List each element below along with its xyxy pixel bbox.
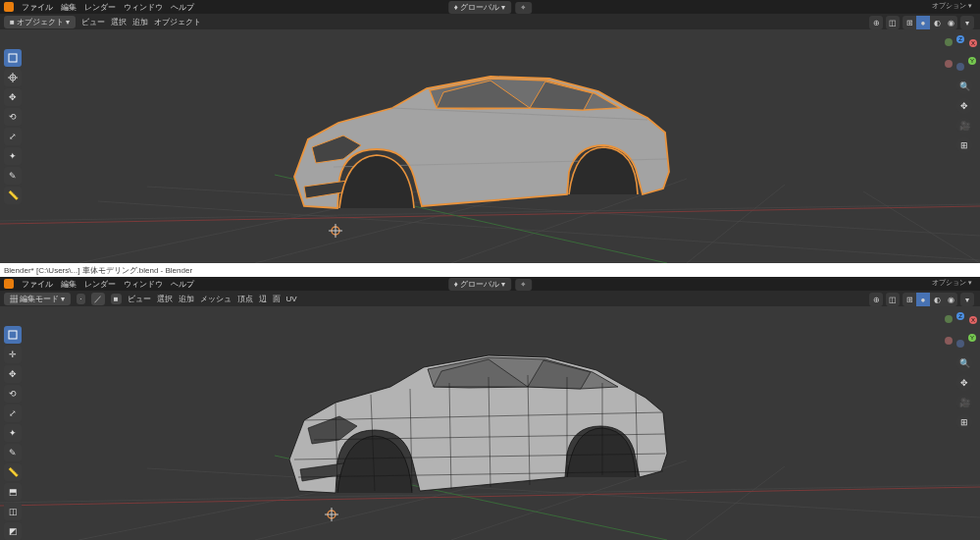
- axis-neg-y[interactable]: [945, 38, 953, 46]
- tool-cursor[interactable]: [4, 69, 22, 86]
- shading-rendered[interactable]: ◉: [944, 293, 957, 306]
- shading-wireframe[interactable]: ⊞: [903, 293, 916, 306]
- tool-rotate[interactable]: ⟲: [4, 385, 22, 403]
- xray-toggle[interactable]: ◫: [886, 16, 900, 29]
- header-center: ♦ グローバル ▾ ⌖: [448, 1, 533, 14]
- menu-select[interactable]: 選択: [111, 17, 127, 27]
- tool-transform[interactable]: ✦: [4, 424, 22, 442]
- tool-extrude[interactable]: ⬒: [4, 483, 22, 501]
- snap-toggle[interactable]: ⌖: [515, 2, 532, 14]
- menu-view[interactable]: ビュー: [81, 17, 105, 27]
- tool-cursor[interactable]: ✛: [4, 346, 22, 363]
- svg-line-5: [863, 191, 980, 263]
- axis-neg-y[interactable]: [945, 315, 953, 323]
- pan-icon[interactable]: ✥: [956, 375, 972, 391]
- shading-options[interactable]: ▾: [960, 16, 974, 29]
- zoom-icon[interactable]: 🔍: [956, 79, 972, 94]
- camera-icon[interactable]: 🎥: [956, 118, 972, 134]
- persp-icon[interactable]: ⊞: [956, 414, 972, 430]
- pan-icon[interactable]: ✥: [956, 98, 972, 114]
- orientation-dropdown[interactable]: ♦ グローバル ▾: [448, 278, 512, 291]
- axis-z[interactable]: Z: [956, 312, 964, 320]
- orbit-gizmo[interactable]: Z X Y: [943, 312, 978, 348]
- header-center: ♦ グローバル ▾ ⌖: [448, 278, 533, 291]
- car-mesh-object[interactable]: [294, 77, 669, 208]
- tool-annotate[interactable]: ✎: [4, 167, 22, 185]
- axis-neg-z[interactable]: [956, 340, 964, 348]
- tool-move[interactable]: ✥: [4, 88, 22, 106]
- vertex-select-mode[interactable]: ·: [77, 294, 84, 304]
- menu-render[interactable]: レンダー: [84, 2, 116, 13]
- header-right-controls: ⊕ ◫ ⊞ ● ◐ ◉ ▾: [869, 16, 974, 29]
- menu-vertex[interactable]: 頂点: [237, 294, 253, 304]
- menu-window[interactable]: ウィンドウ: [124, 2, 163, 13]
- tool-bevel[interactable]: ◩: [4, 522, 22, 540]
- shading-wireframe[interactable]: ⊞: [903, 16, 916, 29]
- tool-move[interactable]: ✥: [4, 365, 22, 383]
- tool-scale[interactable]: ⤢: [4, 128, 22, 145]
- tool-select-box[interactable]: [4, 49, 22, 67]
- menu-edit[interactable]: 編集: [61, 2, 77, 13]
- edge-select-mode[interactable]: ／: [91, 293, 105, 305]
- mode-selector[interactable]: ▦ 編集モード ▾: [4, 293, 71, 305]
- orbit-gizmo[interactable]: Z X Y: [943, 35, 978, 71]
- face-select-mode[interactable]: ■: [111, 294, 122, 304]
- menu-help[interactable]: ヘルプ: [171, 2, 194, 13]
- menu-file[interactable]: ファイル: [22, 279, 53, 290]
- tool-annotate[interactable]: ✎: [4, 444, 22, 461]
- xray-toggle[interactable]: ◫: [886, 293, 900, 306]
- car-mesh-edit[interactable]: [289, 355, 667, 493]
- snap-toggle[interactable]: ⌖: [515, 279, 532, 291]
- menu-view[interactable]: ビュー: [128, 294, 151, 304]
- shading-solid[interactable]: ●: [916, 16, 930, 29]
- tool-rotate[interactable]: ⟲: [4, 108, 22, 126]
- menu-object[interactable]: オブジェクト: [154, 17, 201, 27]
- axis-neg-x[interactable]: [945, 60, 953, 68]
- menu-render[interactable]: レンダー: [84, 279, 116, 290]
- menu-add[interactable]: 追加: [132, 17, 148, 27]
- menu-mesh[interactable]: メッシュ: [200, 294, 232, 304]
- axis-neg-z[interactable]: [956, 63, 964, 71]
- menu-edge[interactable]: 辺: [259, 294, 267, 304]
- tool-scale[interactable]: ⤢: [4, 405, 22, 422]
- overlays-toggle[interactable]: ⊕: [869, 16, 883, 29]
- axis-x[interactable]: X: [969, 316, 977, 324]
- axis-neg-x[interactable]: [945, 337, 953, 345]
- camera-icon[interactable]: 🎥: [956, 395, 972, 410]
- shading-material[interactable]: ◐: [930, 16, 944, 29]
- axis-z[interactable]: Z: [956, 35, 964, 43]
- svg-line-8: [0, 206, 980, 224]
- axis-y[interactable]: Y: [968, 57, 976, 65]
- blender-logo-icon: [4, 2, 14, 12]
- tool-measure[interactable]: 📏: [4, 187, 22, 204]
- axis-x[interactable]: X: [969, 39, 977, 47]
- menu-select[interactable]: 選択: [157, 294, 173, 304]
- shading-rendered[interactable]: ◉: [944, 16, 957, 29]
- menu-file[interactable]: ファイル: [22, 2, 53, 13]
- shading-solid[interactable]: ●: [916, 293, 930, 306]
- blender-logo-icon: [4, 279, 14, 289]
- window-stats: オプション ▾: [932, 1, 972, 11]
- menu-face[interactable]: 面: [273, 294, 281, 304]
- viewport-3d[interactable]: [0, 306, 980, 540]
- overlays-toggle[interactable]: ⊕: [869, 293, 883, 306]
- menu-edit[interactable]: 編集: [61, 279, 77, 290]
- zoom-icon[interactable]: 🔍: [956, 355, 972, 371]
- shading-mode-group: ⊞ ● ◐ ◉: [903, 293, 957, 306]
- tool-select-box[interactable]: [4, 326, 22, 344]
- orientation-dropdown[interactable]: ♦ グローバル ▾: [448, 1, 512, 14]
- shading-options[interactable]: ▾: [960, 293, 974, 306]
- tool-transform[interactable]: ✦: [4, 147, 22, 165]
- tool-inset[interactable]: ◫: [4, 503, 22, 520]
- menu-uv[interactable]: UV: [286, 295, 297, 303]
- menu-help[interactable]: ヘルプ: [171, 279, 194, 290]
- axis-y[interactable]: Y: [968, 334, 976, 342]
- shading-material[interactable]: ◐: [930, 293, 944, 306]
- mode-selector[interactable]: ■ オブジェクト ▾: [4, 16, 76, 28]
- persp-icon[interactable]: ⊞: [956, 137, 972, 153]
- menu-window[interactable]: ウィンドウ: [124, 279, 163, 290]
- cursor-3d-icon: [325, 508, 338, 521]
- viewport-3d[interactable]: [0, 29, 980, 263]
- tool-measure[interactable]: 📏: [4, 463, 22, 481]
- menu-add[interactable]: 追加: [179, 294, 194, 304]
